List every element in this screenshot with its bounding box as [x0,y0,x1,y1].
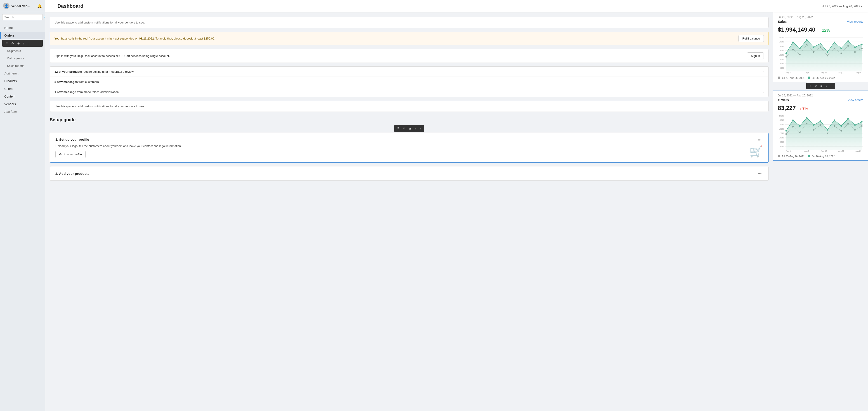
cart-icon: 🛒 [749,145,763,158]
view-orders-link[interactable]: View orders [848,98,863,102]
sidebar-item-call-requests[interactable]: Call requests [0,55,45,62]
sidebar-item-home[interactable]: Home [0,24,45,32]
setup-toolbar-down-icon[interactable]: ↓ [418,126,423,131]
orders-toolbar-down-icon[interactable]: ↓ [26,41,31,46]
sidebar-item-orders[interactable]: Orders [0,32,45,39]
svg-point-85 [854,124,856,126]
svg-text:20,000: 20,000 [779,115,784,117]
signin-text: Sign in with your Help Desk account to a… [55,54,170,58]
orders-legend-2022: Jul 26–Aug 26, 2022 [808,155,835,158]
svg-text:Aug 1: Aug 1 [786,72,791,74]
orders-date: Jul 26, 2022 — Aug 26, 2022 [778,94,863,97]
svg-point-75 [785,130,787,131]
orders-toolbar-up-icon[interactable]: ↑ [22,41,26,46]
center-panel: Use this space to add custom notificatio… [45,12,773,411]
setup-toolbar-grid-icon[interactable]: ⠿ [396,126,401,131]
sidebar-item-add-main[interactable]: Add item... [0,108,45,115]
signin-button[interactable]: Sign in [747,53,764,59]
sidebar-user[interactable]: 👤 Vendor Ven... [3,3,30,9]
svg-point-80 [820,121,821,122]
chevron-icon-2: › [763,80,764,83]
sidebar-item-shipments[interactable]: Shipments [0,47,45,55]
svg-point-36 [834,41,835,43]
orders-toolbar-grid-icon[interactable]: ⠿ [4,41,9,46]
sidebar-item-users[interactable]: Users [0,85,45,93]
back-button[interactable]: ← [51,4,55,8]
sidebar: 👤 Vendor Ven... 🔔 🔍 Home Orders ⠿ ⚙ ◉ ↑ … [0,0,45,411]
orders-amount: 83,227 [778,105,796,111]
svg-text:20,000: 20,000 [779,36,784,39]
sidebar-header: 👤 Vendor Ven... 🔔 [0,0,45,12]
sidebar-item-content[interactable]: Content [0,93,45,100]
setup-toolbar-up-icon[interactable]: ↑ [413,126,418,131]
refill-balance-button[interactable]: Refill balance [739,35,764,42]
date-range-selector[interactable]: Jul 26, 2022 — Aug 26, 2022 ▾ [822,4,863,8]
svg-text:12,000: 12,000 [779,132,784,134]
chevron-icon-1: › [763,70,764,73]
go-to-profile-button[interactable]: Go to your profile [55,151,86,158]
signin-bar: Sign in with your Help Desk account to a… [50,49,769,63]
orders-drag-gear-icon[interactable]: ⚙ [813,84,818,88]
svg-marker-74 [786,118,862,150]
svg-point-77 [799,125,801,127]
svg-text:Aug 15: Aug 15 [821,150,827,152]
svg-text:8,000: 8,000 [780,141,784,143]
sales-date: Jul 26, 2022 — Aug 26, 2022 [778,15,863,19]
info-row-messages[interactable]: 3 new messages from customers. › [50,77,768,87]
bell-icon[interactable]: 🔔 [37,4,42,8]
orders-toolbar-eye-icon[interactable]: ◉ [16,41,21,46]
chevron-icon-3: › [763,90,764,94]
svg-text:Aug 22: Aug 22 [838,150,844,152]
info-text-products: 12 of your products require editing afte… [55,70,134,73]
sales-legend-2022: Jul 26–Aug 26, 2022 [808,76,835,79]
setup-toolbar-gear-icon[interactable]: ⚙ [401,126,407,131]
svg-marker-28 [786,40,862,72]
svg-point-76 [792,119,794,121]
orders-title-row: Orders View orders [778,98,863,102]
setup-step2-more-button[interactable]: ••• [756,171,763,176]
setup-toolbar-eye-icon[interactable]: ◉ [407,126,413,131]
orders-drag-eye-icon[interactable]: ◉ [819,84,824,88]
content-area: Use this space to add custom notificatio… [45,12,868,411]
info-card: 12 of your products require editing afte… [50,66,769,97]
sidebar-item-vendors[interactable]: Vendors [0,100,45,108]
orders-drag-up-icon[interactable]: ↑ [825,84,829,88]
setup-step1-more-button[interactable]: ••• [756,138,763,142]
sales-amount-row: $1,994,149.40 ↑ 12% [773,25,868,35]
svg-point-81 [827,129,828,131]
svg-text:8,000: 8,000 [780,63,784,65]
page-title: Dashboard [57,3,84,9]
svg-point-33 [813,46,814,48]
svg-text:18,000: 18,000 [779,119,784,121]
sales-percent: ↑ 12% [819,28,830,33]
setup-step2-title: 2. Add your products [55,172,89,175]
top-notification: Use this space to add custom notificatio… [50,17,769,28]
bottom-notification: Use this space to add custom notificatio… [50,101,769,112]
sidebar-item-add-orders[interactable]: Add item... [0,70,45,77]
sidebar-username: Vendor Ven... [11,4,30,8]
orders-drag-down-icon[interactable]: ↓ [829,84,833,88]
orders-drag-grid-icon[interactable]: ⠿ [808,84,813,88]
sidebar-item-products[interactable]: Products [0,77,45,85]
svg-point-29 [785,53,787,54]
search-icon: 🔍 [43,15,45,19]
svg-text:Aug 15: Aug 15 [821,72,827,74]
orders-toolbar-gear-icon[interactable]: ⚙ [10,41,16,46]
orders-chart-svg: 20,000 18,000 16,000 14,000 12,000 10,00… [777,113,864,152]
topbar-left: ← Dashboard [51,3,84,9]
search-input[interactable] [4,15,42,19]
info-row-products-editing[interactable]: 12 of your products require editing afte… [50,67,768,77]
svg-point-35 [827,51,828,53]
svg-text:10,000: 10,000 [779,137,784,139]
sidebar-item-sales-reports[interactable]: Sales reports [0,62,45,70]
setup-step1-title: 1. Set up your profile [55,138,89,141]
info-row-admin-message[interactable]: 1 new message from marketplace administr… [50,87,768,97]
orders-nav-toolbar: ⠿ ⚙ ◉ ↑ ↓ [2,40,43,47]
right-panel: Jul 26, 2022 — Aug 26, 2022 Sales View r… [773,12,868,411]
orders-chart: 20,000 18,000 16,000 14,000 12,000 10,00… [773,113,868,154]
setup-step1-description: Upload your logo, tell the customers abo… [55,144,763,148]
sales-chart-svg: 20,000 18,000 16,000 14,000 12,000 10,00… [777,35,864,74]
view-reports-link[interactable]: View reports [847,20,863,23]
svg-text:16,000: 16,000 [779,123,784,126]
svg-text:16,000: 16,000 [779,45,784,47]
